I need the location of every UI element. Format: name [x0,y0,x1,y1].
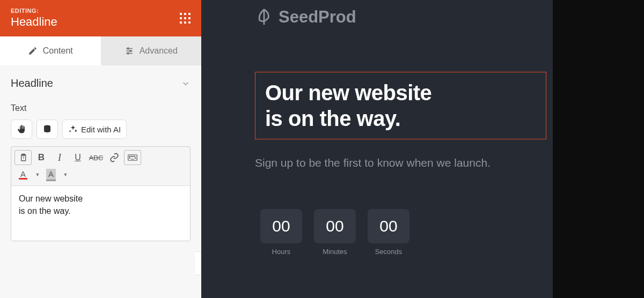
countdown-item-hours: 00 Hours [260,209,302,256]
svg-point-12 [131,156,131,157]
database-icon [42,124,52,134]
drag-tool-button[interactable] [11,120,32,139]
editor-tabs: Content Advanced [0,36,201,65]
svg-point-5 [127,53,129,54]
panel-body: Headline Text Edit with AI T B I [0,65,201,298]
countdown-label: Seconds [375,248,402,256]
seed-leaf-icon [255,8,273,26]
editor-sidebar: EDITING: Headline Content Advanced Headl… [0,0,201,298]
underline-button[interactable]: U [69,150,86,165]
text-field-label: Text [11,103,191,113]
keyboard-icon [128,154,137,161]
strikethrough-button[interactable]: ABC [87,150,105,165]
clipboard-icon: T [19,153,27,162]
svg-point-13 [133,156,133,157]
tab-advanced[interactable]: Advanced [101,36,202,65]
countdown-label: Minutes [323,248,347,256]
editing-label: EDITING: [11,8,57,14]
italic-button[interactable]: I [51,150,68,165]
drag-grid-icon[interactable] [180,13,191,24]
caret-down-icon: ▼ [63,172,68,177]
pencil-icon [28,46,38,56]
svg-point-11 [129,156,130,157]
database-tool-button[interactable] [36,120,58,139]
text-color-dropdown[interactable]: ▼ [33,167,41,182]
brand-logo: SeedProd [255,8,623,27]
countdown-block[interactable]: 00 Hours 00 Minutes 00 Seconds [260,209,623,256]
tab-content[interactable]: Content [0,36,101,65]
text-color-button[interactable]: A [14,167,32,182]
section-headline-toggle[interactable]: Headline [11,77,191,90]
tool-row: Edit with AI [11,120,191,139]
svg-point-15 [129,158,130,158]
editing-element-title: Headline [11,15,57,29]
editor-header: EDITING: Headline [0,0,201,36]
countdown-item-seconds: 00 Seconds [368,209,409,256]
countdown-value: 00 [368,209,409,243]
preview-canvas: SeedProd Our new website is on the way. … [201,0,644,298]
countdown-value: 00 [260,209,302,243]
hand-icon [17,124,26,134]
bold-button[interactable]: B [33,150,50,165]
bg-color-button[interactable]: A [42,167,60,182]
caret-down-icon: ▼ [35,172,40,177]
keyboard-button[interactable] [124,150,141,165]
svg-point-3 [127,48,129,49]
svg-point-4 [129,50,131,52]
paste-text-button[interactable]: T [14,150,32,165]
headline-text: Our new website is on the way. [265,80,536,131]
sparkle-icon [68,124,78,134]
headline-selected-block[interactable]: Our new website is on the way. [255,72,546,139]
countdown-item-minutes: 00 Minutes [314,209,356,256]
chevron-down-icon [181,79,191,88]
countdown-label: Hours [272,248,291,256]
link-icon [109,153,119,162]
wysiwyg-textarea[interactable]: Our new website is on the way. [11,185,190,241]
svg-point-14 [134,156,135,157]
countdown-value: 00 [314,209,356,243]
sliders-icon [125,46,134,56]
bg-color-dropdown[interactable]: ▼ [61,167,69,182]
svg-point-16 [135,158,136,158]
svg-text:T: T [23,156,25,160]
wysiwyg-toolbar: T B I U ABC A ▼ A ▼ [11,147,190,185]
link-button[interactable] [106,150,123,165]
edit-with-ai-button[interactable]: Edit with AI [62,120,127,139]
subtext-block[interactable]: Sign up to be the first to know when we … [255,154,523,172]
wysiwyg-editor: T B I U ABC A ▼ A ▼ Our new website is o… [11,146,191,241]
